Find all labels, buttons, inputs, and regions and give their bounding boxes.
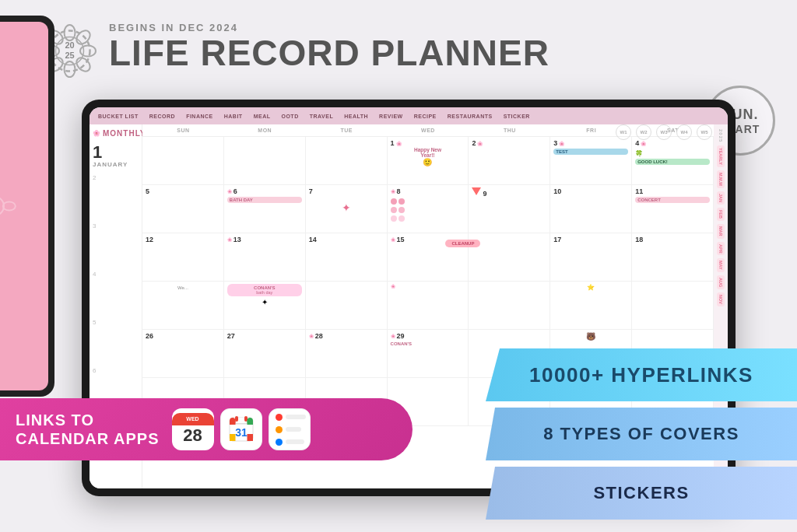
svg-rect-29 [247,421,253,425]
header: BEGINS IN DEC 2024 LIFE RECORD PLANNER [109,22,549,73]
tab-health[interactable]: HEALTH [340,112,372,121]
hyperlinks-text: 10000+ HYPERLINKS [529,363,753,387]
cell-conan-bath[interactable]: CONAN'S bath day ✦ [224,282,306,330]
cell-empty-2[interactable] [224,137,306,185]
back-flower-icon: 20 25 [0,183,18,229]
header-sun: SUN [142,124,224,136]
tab-review[interactable]: REVIEW [375,112,407,121]
svg-rect-30 [230,434,236,441]
cell-jan-27[interactable]: 27 [224,330,306,378]
tab-finance[interactable]: FINANCE [182,112,217,121]
row-num-3: 3 [93,219,139,268]
links-line2: CALENDAR APPS [16,430,160,447]
tab-ootd[interactable]: OOTD [277,112,302,121]
covers-text: 8 TYPES OF COVERS [543,424,739,444]
cell-jan-8[interactable]: 🌸8 [388,185,469,233]
cell-jan-13[interactable]: 🌸13 [224,233,306,282]
header-subtitle: BEGINS IN DEC 2024 [109,22,549,33]
big-date: 1 [93,144,139,161]
ios-cal-num: 28 [183,425,202,446]
google-calendar-icon[interactable]: 31 [220,408,262,450]
row-num-4: 4 [93,268,139,316]
reminders-icon[interactable] [269,408,311,450]
monthly-text: MONTHLY [103,129,146,138]
tab-habit[interactable]: HABIT [220,112,247,121]
links-line1: LINKS TO [16,411,94,429]
cell-jan-1[interactable]: 1 🌸 Happy NewYear!! 🙂 [388,137,469,185]
ios-calendar-icon[interactable]: WED 28 [172,408,214,450]
cell-jan-5[interactable]: 5 [142,185,224,233]
month-name: JANUARY [93,161,139,168]
svg-rect-23 [235,416,238,422]
banner-hyperlinks: 10000+ HYPERLINKS [486,348,797,401]
row-num-2: 2 [93,171,139,219]
svg-point-15 [2,201,15,210]
cell-jan-21[interactable] [306,282,388,330]
cell-jan-14[interactable]: 14 [306,233,388,282]
happy-new-year-text: Happy NewYear!! [391,147,465,158]
cell-empty-1[interactable] [142,137,224,185]
cell-jan-28[interactable]: 🌸28 [306,330,388,378]
svg-rect-31 [247,434,253,441]
cell-jan-19[interactable]: We... [142,282,224,330]
cell-jan-6[interactable]: 🌸6 BATH DAY [224,185,306,233]
banner-covers: 8 TYPES OF COVERS [486,408,797,460]
links-text: LINKS TO CALENDAR APPS [16,411,160,448]
tablet-back-screen: 20 25 [0,22,48,390]
tab-meal[interactable]: MEAL [250,112,275,121]
svg-rect-24 [244,416,248,422]
tab-travel[interactable]: TRAVEL [306,112,337,121]
tab-bucket-list[interactable]: BUCKET LIST [94,112,142,121]
row-num-5: 5 [93,316,139,364]
svg-text:20: 20 [65,40,74,50]
row-numbers: 2 3 4 5 6 [93,171,139,412]
cell-empty-3[interactable] [306,137,388,185]
tablet-back: 20 25 [0,16,54,397]
svg-text:31: 31 [235,426,248,439]
svg-rect-27 [230,421,236,425]
header-mon: MON [224,124,306,136]
banner-stickers: STICKERS [486,467,797,520]
stickers-text: STICKERS [593,483,689,503]
ios-cal-day: WED [186,416,198,422]
cell-jan-26[interactable]: 26 [142,330,224,378]
tab-record[interactable]: RECORD [146,112,179,121]
links-ribbon: LINKS TO CALENDAR APPS WED 28 31 [0,398,413,460]
feature-banners: 10000+ HYPERLINKS 8 TYPES OF COVERS STIC… [486,100,797,532]
cell-jan-22[interactable]: 🌸 [388,282,469,330]
header-wed: WED [388,124,469,136]
svg-text:25: 25 [65,51,74,60]
cell-jan-12[interactable]: 12 [142,233,224,282]
cell-jan-7[interactable]: 7 ✦ [306,185,388,233]
monthly-label: 🌸 MONTHLY [93,129,139,138]
pink-circles [391,198,465,222]
header-tue: TUE [306,124,388,136]
svg-point-16 [0,197,4,215]
event-bath-day[interactable]: BATH DAY [227,197,302,203]
cell-jan-29[interactable]: 🌸29 CONAN'S [388,330,469,378]
app-icons: WED 28 31 [172,408,311,450]
header-title: LIFE RECORD PLANNER [109,33,549,73]
tab-recipe[interactable]: RECIPE [410,112,441,121]
